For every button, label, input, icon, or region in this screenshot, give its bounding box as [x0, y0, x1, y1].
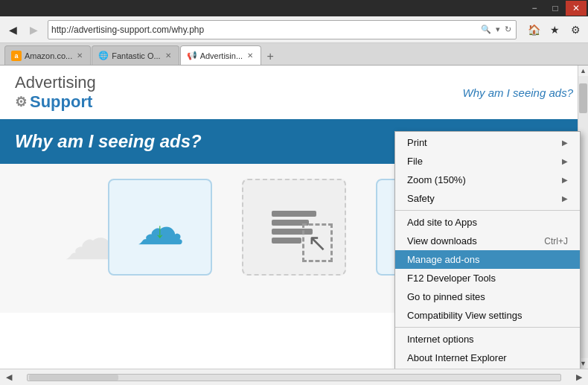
menu-item-print[interactable]: Print ▶ [395, 133, 580, 152]
tab-advertising-label: Advertisin... [200, 51, 243, 60]
doc-line-4 [272, 238, 301, 244]
address-icons: 🔍 ▾ ↻ [479, 25, 513, 34]
menu-item-manage-addons[interactable]: Manage add-ons [395, 250, 580, 269]
title-bar: − □ ✕ [0, 0, 588, 16]
menu-about-ie-label: About Internet Explorer [407, 352, 507, 363]
menu-view-downloads-label: View downloads [407, 235, 477, 246]
menu-item-about-ie[interactable]: About Internet Explorer [395, 349, 580, 367]
new-tab-button[interactable]: + [262, 48, 278, 65]
menu-item-compat[interactable]: Compatibility View settings [395, 306, 580, 325]
minimize-button[interactable]: − [524, 1, 545, 16]
cursor-icon: ↖ [302, 223, 333, 262]
tab-bar: a Amazon.co... ✕ 🌐 Fantastic O... ✕ 📢 Ad… [0, 43, 588, 66]
nav-bar: ◀ ▶ 🔍 ▾ ↻ 🏠 ★ ⚙ [0, 16, 588, 43]
menu-item-safety[interactable]: Safety ▶ [395, 189, 580, 208]
tab-fantastic[interactable]: 🌐 Fantastic O... ✕ [92, 45, 179, 65]
menu-item-zoom[interactable]: Zoom (150%) ▶ [395, 171, 580, 189]
back-button[interactable]: ◀ [3, 20, 22, 39]
context-menu: Print ▶ File ▶ Zoom (150%) ▶ Safety ▶ Ad… [394, 131, 581, 369]
menu-view-downloads-shortcut: Ctrl+J [544, 236, 568, 246]
scroll-right-button[interactable]: ▶ [576, 372, 582, 382]
scroll-thumb[interactable] [579, 83, 587, 113]
maximize-button[interactable]: □ [545, 1, 566, 16]
logo-support: ⚙ Support [15, 92, 96, 112]
menu-add-site-label: Add site to Apps [407, 217, 477, 228]
tab-amazon-label: Amazon.co... [25, 51, 72, 60]
fantastic-favicon: 🌐 [98, 51, 109, 61]
advertising-favicon: 📢 [187, 51, 197, 61]
page-content: Advertising ⚙ Support Why am I seeing ad… [0, 66, 588, 369]
doc-line-1 [272, 211, 316, 217]
cloud-icon-wrap: ☁ ↓ [109, 180, 211, 274]
menu-safety-label: Safety [407, 193, 435, 204]
status-bar: ◀ ▶ [0, 369, 588, 385]
menu-item-pinned-sites[interactable]: Go to pinned sites [395, 287, 580, 306]
horizontal-scrollbar[interactable] [27, 374, 561, 381]
menu-separator-1 [395, 210, 580, 211]
forward-button[interactable]: ▶ [24, 20, 43, 39]
download-arrow-icon: ↓ [155, 219, 165, 243]
menu-item-add-site[interactable]: Add site to Apps [395, 213, 580, 232]
site-logo: Advertising ⚙ Support [15, 73, 96, 112]
address-bar-wrap: 🔍 ▾ ↻ [48, 20, 517, 39]
menu-compat-label: Compatibility View settings [407, 310, 522, 321]
tab-advertising[interactable]: 📢 Advertisin... ✕ [180, 45, 261, 65]
menu-zoom-arrow: ▶ [562, 176, 568, 184]
site-tagline: Why am I seeing ads? [463, 86, 573, 99]
cloud-download-card: ☁ ↓ [108, 179, 212, 276]
menu-item-internet-options[interactable]: Internet options [395, 330, 580, 349]
favorites-button[interactable]: ★ [545, 20, 564, 39]
menu-print-label: Print [407, 137, 427, 148]
menu-pinned-sites-label: Go to pinned sites [407, 291, 485, 302]
dropdown-icon[interactable]: ▾ [494, 25, 502, 34]
document-card: ↖ [242, 179, 346, 276]
menu-file-arrow: ▶ [562, 157, 568, 165]
h-scroll-thumb[interactable] [29, 375, 118, 381]
menu-item-view-downloads[interactable]: View downloads Ctrl+J [395, 232, 580, 250]
tab-amazon[interactable]: a Amazon.co... ✕ [4, 45, 91, 65]
scroll-up-button[interactable]: ▲ [578, 66, 588, 76]
address-input[interactable] [51, 25, 479, 35]
tab-fantastic-close[interactable]: ✕ [164, 51, 173, 60]
refresh-icon[interactable]: ↻ [503, 25, 513, 34]
logo-text: Advertising ⚙ Support [15, 73, 96, 112]
tab-amazon-close[interactable]: ✕ [75, 51, 84, 60]
close-button[interactable]: ✕ [566, 1, 587, 16]
home-button[interactable]: 🏠 [524, 20, 543, 39]
site-header: Advertising ⚙ Support Why am I seeing ad… [0, 66, 588, 119]
search-icon[interactable]: 🔍 [479, 25, 493, 34]
doc-lines-wrap: ↖ [263, 202, 325, 252]
toolbar-right: 🏠 ★ ⚙ [524, 20, 585, 39]
menu-zoom-label: Zoom (150%) [407, 174, 466, 185]
scroll-left-button[interactable]: ◀ [6, 372, 12, 382]
menu-separator-2 [395, 327, 580, 328]
menu-manage-addons-label: Manage add-ons [407, 254, 480, 265]
menu-f12-label: F12 Developer Tools [407, 273, 496, 284]
menu-file-label: File [407, 156, 423, 167]
menu-print-arrow: ▶ [562, 139, 568, 147]
tab-fantastic-label: Fantastic O... [112, 51, 160, 60]
gear-icon: ⚙ [15, 94, 27, 110]
menu-internet-options-label: Internet options [407, 334, 474, 345]
menu-item-file[interactable]: File ▶ [395, 152, 580, 171]
settings-button[interactable]: ⚙ [566, 20, 585, 39]
amazon-favicon: a [11, 51, 22, 61]
menu-item-f12[interactable]: F12 Developer Tools [395, 269, 580, 287]
tab-advertising-close[interactable]: ✕ [246, 51, 255, 60]
menu-safety-arrow: ▶ [562, 194, 568, 203]
logo-advertising: Advertising [15, 73, 96, 92]
